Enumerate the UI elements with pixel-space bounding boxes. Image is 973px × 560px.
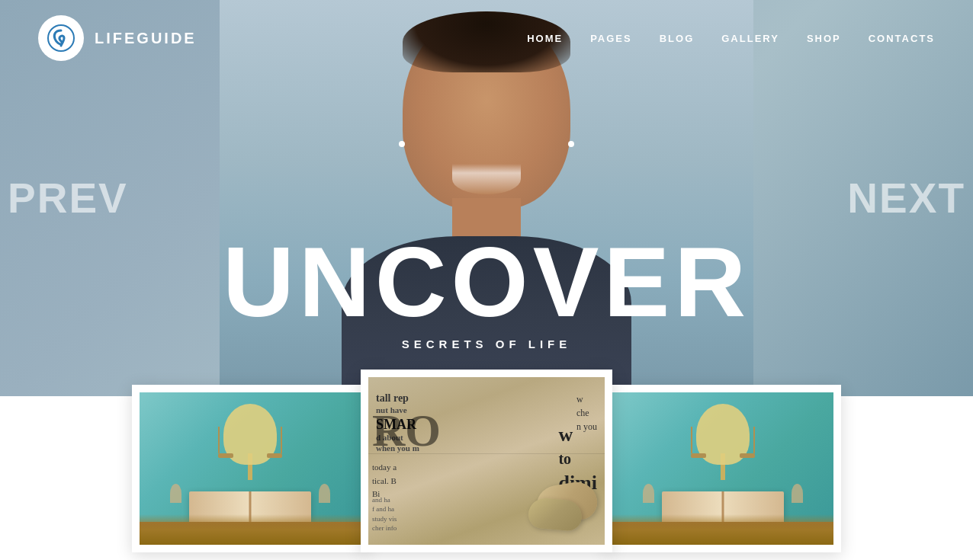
header: LIFEGUIDE HOME PAGES BLOG GALLERY SHOP C… xyxy=(0,0,973,76)
card-left-image xyxy=(140,392,361,545)
logo-icon[interactable] xyxy=(38,15,84,61)
nav-blog[interactable]: BLOG xyxy=(660,33,695,44)
logo-text: LIFEGUIDE xyxy=(95,30,197,47)
nav-home[interactable]: HOME xyxy=(527,33,563,44)
card-center-image: tall rep nut have SMAR d about when you … xyxy=(368,377,605,545)
svg-point-0 xyxy=(48,25,74,51)
nav-pages[interactable]: PAGES xyxy=(590,33,632,44)
card-right-image xyxy=(612,392,833,545)
nav-gallery[interactable]: GALLERY xyxy=(721,33,779,44)
next-button[interactable]: NEXT xyxy=(847,174,965,222)
hero-title: UNCOVER xyxy=(223,232,750,331)
card-right[interactable] xyxy=(605,385,841,552)
card-center[interactable]: tall rep nut have SMAR d about when you … xyxy=(361,370,612,552)
cards-area: tall rep nut have SMAR d about when you … xyxy=(0,377,973,560)
hero-text-block: UNCOVER SECRETS OF LIFE xyxy=(223,232,750,350)
card-left[interactable] xyxy=(132,385,368,552)
nav-shop[interactable]: SHOP xyxy=(807,33,841,44)
nav-contacts[interactable]: CONTACTS xyxy=(869,33,935,44)
main-nav: HOME PAGES BLOG GALLERY SHOP CONTACTS xyxy=(527,33,935,44)
logo-area: LIFEGUIDE xyxy=(38,15,197,61)
hero-subtitle: SECRETS OF LIFE xyxy=(223,338,750,350)
prev-button[interactable]: PREV xyxy=(8,174,128,222)
